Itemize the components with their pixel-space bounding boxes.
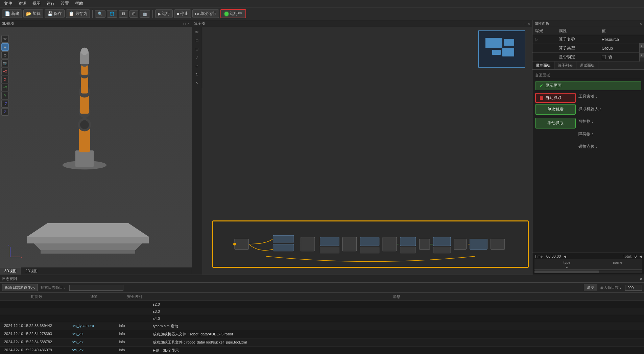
move-y-btn[interactable]: +Y [1, 84, 9, 91]
log-search-input[interactable] [69, 285, 123, 291]
menu-view[interactable]: 视图 [30, 0, 43, 7]
move-x-btn[interactable]: +X [1, 68, 9, 75]
props-header-icons: × [640, 22, 642, 26]
clear-btn[interactable]: 清空 [584, 284, 597, 291]
tab-2d[interactable]: 2D视图 [21, 267, 42, 275]
graph-refresh-btn[interactable]: ↻ [193, 71, 201, 78]
view3d-panel: 3D视图 □ × 👁 ◈ ⊙ 📷 +X X +Y [0, 20, 192, 275]
max-input[interactable] [625, 285, 642, 291]
time-row: Time: 00:00:00 ◀ Total: 0 ◀ [534, 254, 642, 258]
log-table-row: 2024-12-10 15:22:40.486079 rvs_vtk info … [0, 347, 644, 354]
col-name-header: name [597, 260, 638, 264]
props-close-icon[interactable]: × [640, 22, 642, 26]
graph-minimap [478, 30, 525, 68]
time-label: Time: [534, 254, 544, 258]
menu-settings[interactable]: 设置 [58, 0, 72, 7]
manual-grab-button[interactable]: 手动抓取 [535, 118, 576, 128]
camera-btn[interactable]: 📷 [1, 60, 9, 67]
lock-checkbox[interactable] [602, 55, 606, 59]
new-button[interactable]: 📄 新建 [2, 9, 22, 18]
total-arrow[interactable]: ◀ [639, 255, 642, 258]
svg-rect-40 [470, 239, 487, 250]
log-cell-channel [70, 302, 118, 307]
log-cell-channel [70, 316, 118, 321]
save-as-button[interactable]: 📋 另存为 [66, 9, 90, 18]
data-table-scrollbar[interactable] [534, 270, 642, 273]
node-flow-inner [213, 221, 528, 267]
move-y-neg-btn[interactable]: Y [1, 92, 9, 99]
log-cell-time: 2024-12-10 15:22:33.689442 [3, 323, 70, 329]
props-title: 属性面板 [534, 21, 549, 26]
running-button[interactable]: 运行中 [220, 9, 246, 18]
total-value: 0 [635, 254, 637, 258]
menu-help[interactable]: 帮助 [72, 0, 86, 7]
menu-file[interactable]: 文件 [1, 0, 15, 7]
view3d-canvas[interactable]: 👁 ◈ ⊙ 📷 +X X +Y Y +Z Z [0, 27, 192, 267]
move-z-neg-btn[interactable]: Z [1, 108, 9, 116]
view-btn-1[interactable]: 🔍 [95, 10, 105, 18]
tab-debug-panel[interactable]: 调试面板 [576, 62, 598, 69]
menu-resource[interactable]: 资源 [16, 0, 29, 7]
log-cell-msg: s2:0 [151, 302, 641, 307]
time-arrow-back[interactable]: ◀ [564, 255, 566, 258]
eye-btn[interactable]: 👁 [1, 35, 9, 43]
view3d-close-icon[interactable]: × [188, 22, 190, 26]
log-col-channel: 通道 [70, 294, 118, 299]
new-icon: 📄 [5, 11, 10, 16]
tab-operator-list[interactable]: 算子列表 [554, 62, 576, 69]
graph-frame-btn[interactable]: ⊡ [193, 37, 201, 44]
view-btn-3[interactable]: 🖥 [119, 10, 128, 18]
target-btn[interactable]: ⊙ [1, 51, 9, 59]
grab-robot-label: 抓取机器人： [578, 106, 603, 112]
move-z-btn[interactable]: +Z [1, 100, 9, 108]
menu-bar: 文件 资源 视图 运行 设置 帮助 [0, 0, 644, 7]
view-icon-4: ⊞ [132, 11, 136, 16]
minimap-nodes [482, 36, 523, 62]
graph-node-btn[interactable]: ⊞ [193, 45, 201, 53]
auto-grab-button[interactable]: 自动抓取 [535, 93, 576, 103]
search-label: 搜索日志条目： [41, 285, 67, 290]
tab-3d[interactable]: 3D视图 [0, 267, 21, 275]
view-btn-5[interactable]: 🤖 [140, 10, 150, 18]
log-table[interactable]: s2:0 s3:0 s4:0 2024-12-10 15:22:33.68944… [0, 301, 644, 354]
svg-marker-16 [34, 243, 142, 250]
run-button[interactable]: ▶ 运行 [155, 9, 173, 18]
log-panel-close-icon[interactable]: × [640, 277, 642, 281]
view3d-pin-icon[interactable]: □ [183, 22, 186, 26]
config-log-btn[interactable]: 配置日志通道显示 [2, 284, 38, 291]
props-scroll-up[interactable]: ▲ [639, 43, 644, 48]
single-trigger-button[interactable]: 单次触发 [535, 104, 576, 115]
single-run-button[interactable]: ⏭ 单次运行 [192, 9, 219, 18]
running-indicator [224, 12, 229, 16]
props-scroll-down[interactable]: ▼ [639, 53, 644, 57]
time-value: 00:00:00 [546, 254, 561, 258]
tab-props-panel[interactable]: 属性面板 [532, 62, 554, 69]
view-btn-2[interactable]: 🌐 [107, 10, 117, 18]
show-interface-button[interactable]: ✔ 显示界面 [535, 81, 641, 90]
graph-close-icon[interactable]: × [528, 22, 530, 26]
graph-eye-btn[interactable]: 👁 [193, 28, 201, 36]
save-button[interactable]: 💾 保存 [45, 9, 65, 18]
collision-label: 碰撞点位： [578, 144, 602, 149]
interact-panel: 交互面板 ✔ 显示界面 自动抓取 单次触发 手动抓取 [532, 70, 644, 253]
log-cell-msg: s3:0 [151, 309, 641, 314]
view-icon-3: 🖥 [121, 11, 125, 16]
move-x-neg-btn[interactable]: X [1, 76, 9, 83]
panels-row: 3D视图 □ × 👁 ◈ ⊙ 📷 +X X +Y [0, 20, 644, 275]
graph-canvas[interactable] [202, 27, 532, 275]
menu-run[interactable]: 运行 [44, 0, 57, 7]
total-label: Total: [623, 254, 632, 258]
view3d-header-icons: □ × [183, 22, 190, 26]
view-btn-4[interactable]: ⊞ [129, 10, 138, 18]
graph-pin-icon[interactable]: □ [524, 22, 526, 26]
main-content: 3D视图 □ × 👁 ◈ ⊙ 📷 +X X +Y [0, 20, 644, 354]
svg-rect-28 [320, 237, 339, 246]
select-btn[interactable]: ◈ [1, 43, 9, 51]
graph-cursor-btn[interactable]: ↖ [193, 79, 201, 87]
graph-header-icons: □ × [524, 22, 530, 26]
graph-expand-btn[interactable]: ⤢ [193, 54, 201, 61]
load-button[interactable]: 📂 加载 [23, 9, 43, 18]
graph-connect-btn[interactable]: ⊕ [193, 62, 201, 70]
node-flow-area[interactable] [212, 220, 529, 268]
stop-button[interactable]: ■ 停止 [174, 9, 191, 18]
